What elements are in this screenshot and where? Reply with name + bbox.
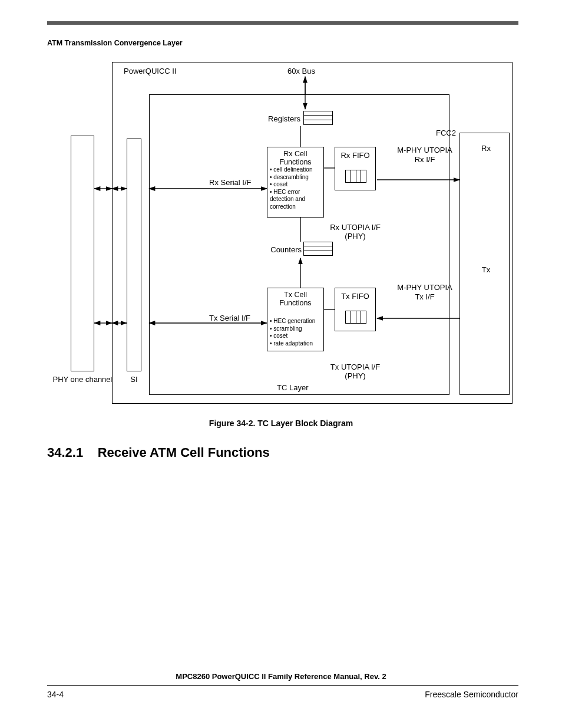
section-heading: 34.2.1 Receive ATM Cell Functions <box>47 445 270 460</box>
tc-layer-diagram: PowerQUICC II 60x Bus Registers Counters… <box>71 59 518 407</box>
section-number: 34.2.1 <box>47 445 83 460</box>
footer-manual-title: MPC8260 PowerQUICC II Family Reference M… <box>0 672 562 681</box>
diagram-arrows <box>71 59 518 407</box>
footer-vendor: Freescale Semiconductor <box>425 690 518 699</box>
running-header: ATM Transmission Convergence Layer <box>47 39 183 47</box>
section-title-text: Receive ATM Cell Functions <box>98 445 270 460</box>
footer-page: 34-4 <box>47 690 64 699</box>
footer-rule <box>47 685 518 686</box>
top-rule <box>47 21 518 25</box>
figure-caption: Figure 34-2. TC Layer Block Diagram <box>0 419 562 428</box>
